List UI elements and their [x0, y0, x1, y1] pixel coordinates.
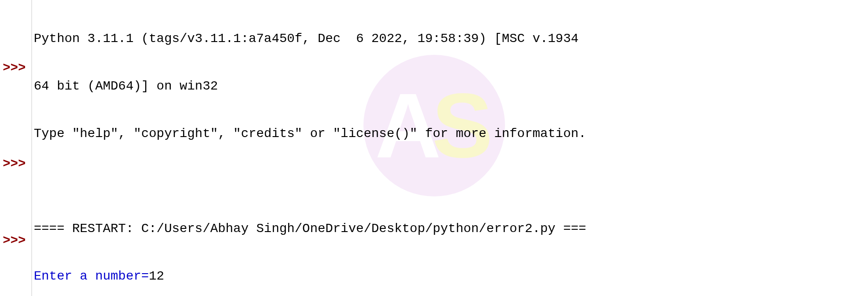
gutter-blank: [0, 1, 32, 20]
gutter-blank: [0, 39, 32, 58]
input-line: Enter a number=12: [34, 267, 868, 286]
prompt-marker: >>>: [0, 154, 32, 174]
banner-line: Type "help", "copyright", "credits" or "…: [34, 124, 868, 143]
input-prompt: Enter a number=: [34, 269, 149, 283]
gutter-blank: [0, 78, 32, 97]
blank-line: [34, 172, 868, 191]
gutter-blank: [0, 193, 32, 212]
input-value: 12: [149, 269, 164, 283]
gutter-blank: [0, 135, 32, 154]
prompt-marker: >>>: [0, 58, 32, 78]
gutter-blank: [0, 212, 32, 231]
restart-line: ==== RESTART: C:/Users/Abhay Singh/OneDr…: [34, 219, 868, 238]
banner-line: Python 3.11.1 (tags/v3.11.1:a7a450f, Dec…: [34, 29, 868, 48]
gutter-blank: [0, 116, 32, 135]
gutter-blank: [0, 174, 32, 193]
idle-shell[interactable]: >>> >>> >>> Python 3.11.1 (tags/v3.11.1:…: [0, 0, 868, 296]
gutter-blank: [0, 20, 32, 39]
prompt-marker: >>>: [0, 231, 32, 250]
shell-output[interactable]: Python 3.11.1 (tags/v3.11.1:a7a450f, Dec…: [32, 0, 868, 296]
prompt-gutter: >>> >>> >>>: [0, 0, 32, 296]
gutter-blank: [0, 97, 32, 116]
banner-line: 64 bit (AMD64)] on win32: [34, 77, 868, 96]
